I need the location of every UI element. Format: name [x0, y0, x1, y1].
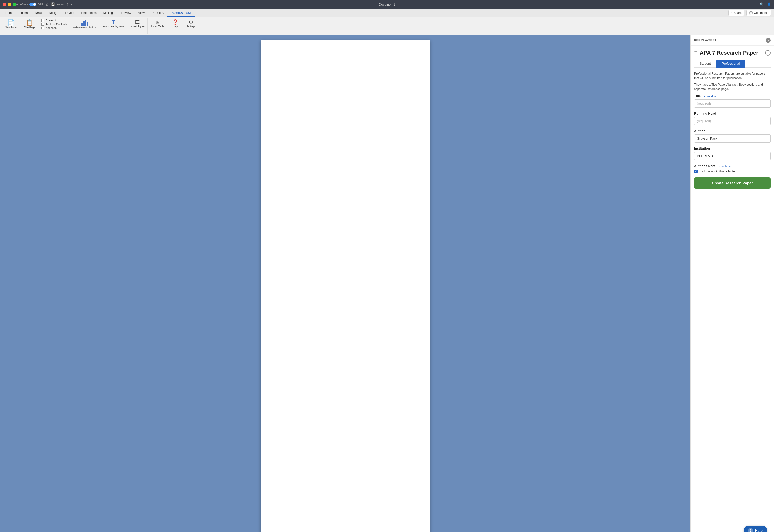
student-tab[interactable]: Student: [694, 60, 716, 68]
bar2: [83, 21, 85, 26]
tab-mailings[interactable]: Mailings: [100, 10, 118, 17]
tab-view[interactable]: View: [135, 10, 148, 17]
share-icon: ↑: [731, 11, 733, 15]
doc-page[interactable]: [261, 40, 430, 532]
autosave-label: AutoSave: [16, 3, 28, 6]
settings-button[interactable]: ⚙ Settings: [185, 19, 196, 28]
author-label: Author: [694, 129, 705, 133]
toc-label: Table of Contents: [46, 23, 67, 26]
help-btn-label: Help: [755, 529, 763, 532]
title-bar-right: 🔍 👤: [760, 2, 771, 6]
ribbon-tabs-row: Home Insert Draw Design Layout Reference…: [0, 9, 774, 17]
text-style-icon: T: [112, 20, 115, 25]
save-icon[interactable]: 💾: [51, 2, 55, 6]
bar1: [81, 23, 83, 26]
autosave-toggle[interactable]: [29, 3, 36, 6]
redo-icon[interactable]: ↪: [61, 3, 64, 6]
institution-section: Institution: [694, 147, 771, 150]
text-cursor: [271, 50, 271, 55]
tab-insert[interactable]: Insert: [17, 10, 31, 17]
references-label: References & Citations: [73, 26, 96, 29]
tab-layout[interactable]: Layout: [62, 10, 78, 17]
abstract-checkbox[interactable]: [41, 19, 44, 22]
title-bar: AutoSave OFF ⌂ 💾 ↩ ↪ 🖨 ▾ Document1 🔍 👤: [0, 0, 774, 9]
institution-input[interactable]: [694, 152, 771, 160]
share-button[interactable]: ↑ Share: [728, 10, 744, 16]
autosave-badge: AutoSave OFF: [16, 3, 43, 6]
tab-review[interactable]: Review: [118, 10, 135, 17]
references-icon: [81, 20, 88, 26]
authors-note-section: Author's Note Learn More: [694, 164, 771, 168]
tab-home[interactable]: Home: [2, 10, 17, 17]
tab-bar: Student Professional: [694, 60, 771, 68]
bar3: [85, 20, 86, 26]
running-head-label: Running Head: [694, 112, 716, 115]
home-icon[interactable]: ⌂: [46, 2, 49, 7]
title-field-label: Title: [694, 94, 701, 98]
search-icon[interactable]: 🔍: [760, 2, 764, 6]
doc-area[interactable]: [0, 35, 690, 532]
toc-checkbox[interactable]: [41, 23, 44, 26]
title-input[interactable]: [694, 99, 771, 108]
panel-header: PERRLA-TEST ✕: [691, 35, 774, 46]
panel-close-button[interactable]: ✕: [766, 38, 771, 43]
toc-insert[interactable]: Table of Contents: [41, 22, 68, 26]
title-page-label: Title Page: [24, 26, 35, 29]
appendix-label: Appendix: [46, 26, 57, 29]
settings-label: Settings: [186, 25, 195, 28]
account-icon[interactable]: 👤: [767, 2, 771, 6]
autosave-toggle-label: OFF: [38, 3, 43, 6]
tab-draw[interactable]: Draw: [31, 10, 45, 17]
tab-perrla-test[interactable]: PERRLA-TEST: [167, 10, 195, 17]
text-style-button[interactable]: T Text & Heading Style: [102, 19, 125, 28]
abstract-label: Abstract: [46, 19, 56, 22]
create-research-paper-button[interactable]: Create Research Paper: [694, 177, 771, 189]
authors-note-row: ✓ Include an Author's Note: [694, 169, 771, 173]
appendix-checkbox[interactable]: [41, 27, 44, 29]
paper-type-header: ☰ APA 7 Research Paper i: [694, 50, 771, 56]
insert-figure-button[interactable]: 🖼 Insert Figure: [129, 19, 145, 28]
info-button[interactable]: i: [765, 50, 771, 56]
tab-perrla[interactable]: PERRLA: [148, 10, 167, 17]
close-button[interactable]: [3, 3, 6, 6]
ribbon-group-text-style: T Text & Heading Style: [100, 18, 127, 34]
title-learn-more-link[interactable]: Learn More: [703, 95, 717, 98]
insert-table-button[interactable]: ⊞ Insert Table: [150, 19, 165, 28]
side-panel: PERRLA-TEST ✕ ☰ APA 7 Research Paper i S…: [690, 35, 774, 532]
author-input[interactable]: [694, 134, 771, 143]
help-ribbon-button[interactable]: ❓ Help: [171, 19, 179, 28]
ribbon-group-help: ❓ Help: [168, 18, 183, 34]
abstract-insert[interactable]: Abstract: [41, 19, 68, 22]
description-2: They have a Title Page, Abstract, Body s…: [694, 82, 771, 91]
new-paper-button[interactable]: 📄 New Paper: [4, 19, 18, 29]
print-icon[interactable]: 🖨: [66, 3, 69, 6]
fullscreen-button[interactable]: [13, 3, 16, 6]
references-button[interactable]: References & Citations: [72, 19, 97, 29]
new-paper-icon: 📄: [7, 20, 15, 26]
help-label: Help: [173, 25, 178, 28]
help-icon: ❓: [172, 20, 178, 25]
running-head-section: Running Head: [694, 112, 771, 115]
appendix-insert[interactable]: Appendix: [41, 26, 68, 30]
tab-references[interactable]: References: [78, 10, 100, 17]
ribbon-group-references: References & Citations: [70, 18, 99, 34]
minimize-button[interactable]: [8, 3, 11, 6]
help-button[interactable]: ? Help: [744, 526, 767, 532]
ribbon-group-settings: ⚙ Settings: [183, 18, 198, 34]
title-page-button[interactable]: 📋 Title Page: [23, 19, 36, 29]
hamburger-icon[interactable]: ☰: [694, 51, 698, 55]
authors-note-checkbox[interactable]: ✓: [694, 170, 698, 173]
figure-icon: 🖼: [135, 20, 140, 25]
customize-icon[interactable]: ▾: [71, 3, 73, 6]
running-head-input[interactable]: [694, 117, 771, 125]
authors-note-learn-more-link[interactable]: Learn More: [717, 165, 731, 168]
panel-header-title: PERRLA-TEST: [694, 39, 717, 42]
comments-button[interactable]: 💬 Comments: [746, 10, 771, 16]
traffic-lights[interactable]: [3, 3, 16, 6]
undo-icon[interactable]: ↩: [57, 3, 60, 6]
ribbon-group-title-page: 📋 Title Page: [21, 18, 38, 34]
settings-icon: ⚙: [189, 20, 193, 25]
tab-design[interactable]: Design: [45, 10, 62, 17]
ribbon-content: 📄 New Paper 📋 Title Page Abstract Table …: [0, 17, 774, 35]
professional-tab[interactable]: Professional: [716, 60, 745, 68]
